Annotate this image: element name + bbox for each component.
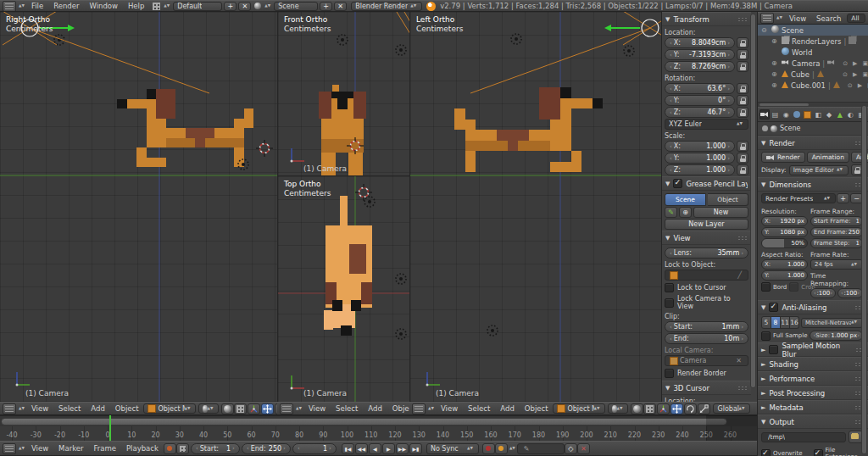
- render-button[interactable]: Render: [761, 152, 805, 163]
- selectability-toggle[interactable]: ▶: [853, 71, 857, 78]
- jump-to-end-button[interactable]: ▶▮: [409, 443, 422, 454]
- aa-filter-select[interactable]: Mitchell-Netravali▲▼: [801, 318, 863, 328]
- current-frame-field[interactable]: ‹1›: [292, 443, 337, 454]
- rotation-x-field[interactable]: ‹X:63.6°›: [665, 83, 735, 94]
- editor-type-icon[interactable]: [412, 403, 426, 414]
- location-y-field[interactable]: ‹Y:-7.3193cm›: [665, 49, 735, 60]
- mode-select[interactable]: Object Mode▲▼: [553, 403, 605, 414]
- viewport-menu-object[interactable]: Object: [110, 404, 144, 413]
- timeline-scroll-area[interactable]: [0, 415, 757, 427]
- panel-header-view[interactable]: ▼View: [662, 231, 751, 245]
- end-frame-field[interactable]: End Frame:250: [810, 227, 863, 237]
- viewport-right-ortho[interactable]: Right OrthoCentimeters (1) Camera: [0, 12, 277, 402]
- selectability-toggle[interactable]: ▶: [853, 60, 857, 67]
- start-frame-field[interactable]: ‹Start:1›: [191, 443, 240, 454]
- display-select[interactable]: Image Editor▲▼: [789, 165, 849, 175]
- aspect-x-field[interactable]: X:1.000: [761, 259, 808, 270]
- panel-header-anti-aliasing[interactable]: ▼Anti-Aliasing: [758, 300, 868, 314]
- gp-target-icon[interactable]: ⊕: [679, 207, 692, 218]
- scale-z-field[interactable]: ‹Z:1.000›: [665, 164, 735, 175]
- viewport-menu-object[interactable]: Object: [387, 404, 409, 413]
- breadcrumb-scene[interactable]: Scene: [780, 125, 800, 132]
- sync-select[interactable]: No Sync▲▼: [426, 443, 479, 454]
- panel-header-post-processing[interactable]: ►Post Processing: [758, 386, 868, 400]
- panel-header-render[interactable]: ▼Render: [758, 136, 868, 150]
- play-button[interactable]: ▶: [382, 443, 395, 454]
- lock-icon[interactable]: [737, 153, 748, 164]
- lock-icon[interactable]: [737, 95, 748, 106]
- timeline-menu-marker[interactable]: Marker: [53, 444, 88, 453]
- sampled-motion-blur-checkbox[interactable]: [769, 345, 778, 354]
- aa-size-field[interactable]: ‹Size:1.000 px›: [810, 331, 863, 341]
- pivot-select[interactable]: [221, 403, 234, 414]
- tab-scene[interactable]: ◉: [781, 109, 791, 120]
- panel-header-output[interactable]: ▼Output: [758, 414, 868, 429]
- lock-icon[interactable]: [737, 83, 748, 94]
- tab-object[interactable]: [803, 109, 813, 120]
- lock-frame-button[interactable]: [176, 443, 189, 454]
- panel-grip-icon[interactable]: [737, 236, 748, 241]
- grease-pencil-checkbox[interactable]: [673, 179, 682, 188]
- clip-end-field[interactable]: ‹End:10m›: [665, 333, 748, 344]
- viewport-front-ortho[interactable]: Front OrthoCentimeters (1) Camera: [277, 12, 409, 175]
- panel-header-shading[interactable]: ►Shading: [758, 357, 868, 371]
- play-reverse-button[interactable]: ◀: [369, 443, 381, 454]
- outliner-item-cube[interactable]: ⊕Cube | ⊙▶▣: [758, 69, 868, 80]
- record-range-button[interactable]: [164, 443, 176, 454]
- start-frame-field[interactable]: Start Frame:1: [810, 216, 863, 226]
- visibility-toggle[interactable]: ⊙: [848, 82, 853, 89]
- translate-manipulator-button[interactable]: [670, 403, 683, 414]
- outliner-hscrollbar[interactable]: [758, 102, 868, 107]
- scale-manipulator-button[interactable]: [698, 403, 710, 414]
- manipulator-axis-button[interactable]: [248, 403, 260, 414]
- render-toggle[interactable]: ▣: [863, 60, 868, 67]
- tab-render-layers[interactable]: ▤: [771, 109, 781, 120]
- editor-type-icon[interactable]: [3, 443, 16, 454]
- aa-samples-11[interactable]: 11: [781, 316, 790, 329]
- visibility-toggle[interactable]: ⊙: [843, 60, 848, 67]
- remap-old-field[interactable]: ‹:100›: [810, 288, 836, 298]
- viewport-menu-add[interactable]: Add: [363, 404, 387, 413]
- auto-keyframe-button[interactable]: [482, 443, 495, 454]
- sidebar-scrollbar[interactable]: [750, 14, 756, 388]
- viewport-menu-object[interactable]: Object: [520, 404, 554, 413]
- timeline-ruler[interactable]: -40-30-20-100102030405060708090100110120…: [0, 426, 757, 442]
- viewport-menu-select[interactable]: Select: [463, 404, 495, 413]
- outliner-item-scene[interactable]: ⊖Scene: [758, 25, 868, 36]
- viewport-menu-select[interactable]: Select: [53, 404, 86, 413]
- render-toggle[interactable]: ▣: [862, 71, 868, 78]
- frame-step-field[interactable]: Frame Step:1: [810, 238, 863, 248]
- panel-header-performance[interactable]: ►Performance: [758, 371, 868, 386]
- gp-new-layer-button[interactable]: New Layer: [665, 219, 748, 230]
- tab-modifiers[interactable]: ◆: [824, 109, 834, 120]
- outliner-menu-view[interactable]: View: [784, 14, 811, 23]
- jump-to-start-button[interactable]: ▮◀: [342, 443, 354, 454]
- viewport-menu-view[interactable]: View: [303, 404, 331, 413]
- resolution-y-field[interactable]: Y:1080 px: [761, 227, 808, 237]
- viewport-menu-add[interactable]: Add: [495, 404, 519, 413]
- mode-select[interactable]: Object Mode▲▼: [143, 403, 196, 414]
- animation-button[interactable]: Animation: [807, 152, 849, 163]
- panel-header-transform[interactable]: ▼Transform: [662, 12, 751, 26]
- orientation-select[interactable]: Global▲▼: [713, 403, 750, 414]
- gp-new-button[interactable]: New: [693, 207, 748, 218]
- frame-rate-select[interactable]: 24 fps▲▼: [810, 259, 863, 270]
- lens-field[interactable]: ‹Lens:35mm›: [665, 247, 748, 259]
- outliner-item-world[interactable]: World: [758, 47, 868, 58]
- menu-file[interactable]: File: [26, 2, 48, 10]
- tab-data[interactable]: ▲: [835, 109, 845, 120]
- rotate-manipulator-button[interactable]: [684, 403, 697, 414]
- clip-start-field[interactable]: ‹Start:1mm›: [665, 321, 748, 332]
- pivot-select[interactable]: [631, 403, 643, 414]
- next-keyframe-button[interactable]: ▶▶: [396, 443, 409, 454]
- tab-constraints[interactable]: ◧: [814, 109, 824, 120]
- add-layout-button[interactable]: +: [224, 2, 236, 11]
- close-scene-button[interactable]: ✕: [334, 2, 347, 11]
- timeline-menu-frame[interactable]: Frame: [88, 444, 120, 453]
- rotation-y-field[interactable]: ‹Y:0°›: [665, 95, 735, 106]
- visibility-toggle[interactable]: ⊙: [843, 71, 848, 78]
- local-camera-field[interactable]: Camera✕: [665, 355, 748, 366]
- crop-checkbox[interactable]: [789, 282, 798, 292]
- keying-set-field[interactable]: ✎: [517, 443, 565, 454]
- panel-header-3d-cursor[interactable]: ▼3D Cursor: [662, 381, 751, 395]
